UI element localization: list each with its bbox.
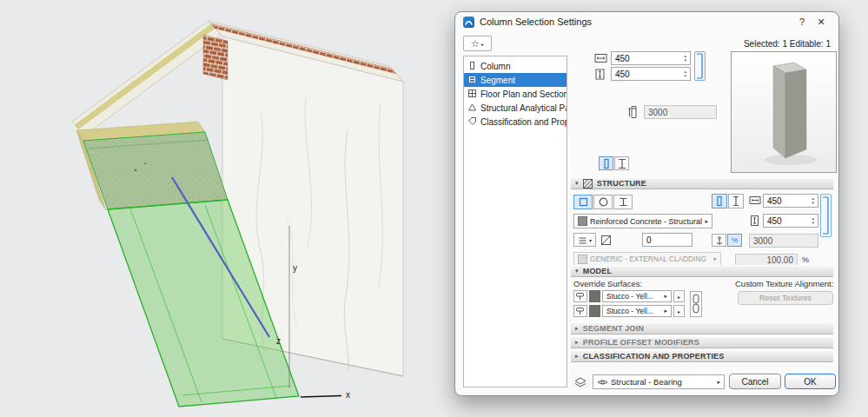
- link-width-height-button[interactable]: [694, 51, 706, 81]
- model-section-header[interactable]: ▾ MODEL: [571, 265, 833, 277]
- core-height-stepper[interactable]: ▴▾: [812, 216, 814, 225]
- dialog-title: Column Selection Settings: [480, 17, 592, 27]
- segment-length-field[interactable]: 3000: [749, 234, 818, 248]
- surface-top-menu-button[interactable]: ▸: [673, 290, 685, 302]
- column-height-field[interactable]: 450 ▴▾: [611, 67, 691, 81]
- app-canvas: y z x Column Selection Settings ? ✕ ☆ ▸ …: [0, 0, 868, 417]
- custom-texture-label: Custom Texture Alignment:: [735, 279, 833, 288]
- percent-mode-button[interactable]: %: [727, 234, 742, 247]
- shape-circle-button[interactable]: [593, 195, 613, 209]
- cladding-dropdown[interactable]: GENERIC - EXTERNAL CLADDING ▸: [573, 252, 721, 266]
- surface-side-dropdown[interactable]: Stucco - Yell... ▸: [602, 305, 672, 317]
- classification-tree-icon: [467, 116, 477, 128]
- chevron-right-icon: ▸: [481, 41, 484, 47]
- axis-y-label: y: [293, 263, 297, 273]
- dropdown-arrow-icon: ▸: [664, 293, 667, 300]
- surface-side-menu-button[interactable]: ▸: [673, 305, 685, 317]
- axis-x-label: x: [346, 390, 350, 400]
- collapse-triangle-icon: ▾: [575, 180, 579, 187]
- core-only-toggle[interactable]: [712, 194, 727, 208]
- core-width-icon: [748, 195, 762, 207]
- display-mode-profile-toggle[interactable]: [614, 156, 629, 170]
- paint-icon-side[interactable]: [573, 305, 587, 317]
- segment-join-section-header[interactable]: ▸ SEGMENT JOIN: [571, 322, 833, 334]
- core-height-icon: [748, 215, 762, 227]
- structure-section-header[interactable]: ▾ STRUCTURE: [571, 177, 833, 189]
- building-material-dropdown[interactable]: Reinforced Concrete - Structural ▸: [573, 214, 712, 228]
- anchor-point-button[interactable]: [712, 234, 726, 247]
- percent-label: %: [802, 255, 809, 264]
- favorites-button[interactable]: ☆ ▸: [463, 36, 492, 51]
- veneer-type-button[interactable]: ▾: [573, 233, 596, 247]
- display-mode-simple-toggle[interactable]: [599, 156, 613, 170]
- tree-item-floor-plan[interactable]: Floor Plan and Section: [464, 87, 567, 101]
- tree-item-segment[interactable]: Segment: [464, 73, 567, 87]
- hatch-icon: [583, 179, 593, 189]
- cladding-swatch: [578, 255, 587, 264]
- tree-item-structural-analytical[interactable]: Structural Analytical Paramet...: [464, 101, 567, 115]
- surface-swatch-top: [589, 290, 600, 302]
- layer-dropdown[interactable]: Structural - Bearing ▸: [593, 374, 725, 389]
- surface-swatch-side: [589, 305, 600, 317]
- core-width-field[interactable]: 450 ▴▾: [763, 194, 818, 208]
- column-length-icon: [626, 104, 642, 120]
- expand-triangle-icon: ▸: [575, 339, 579, 346]
- core-width-stepper[interactable]: ▴▾: [812, 196, 814, 205]
- 3d-viewport[interactable]: y z x: [0, 0, 454, 417]
- surface-top-dropdown[interactable]: Stucco - Yell... ▸: [602, 290, 672, 302]
- column-length-field[interactable]: 3000: [644, 105, 717, 119]
- help-icon[interactable]: ?: [792, 14, 812, 30]
- app-icon: [463, 17, 474, 28]
- veneer-hatch-icon: [600, 235, 612, 246]
- column-tree-icon: [467, 61, 477, 72]
- material-swatch: [578, 216, 587, 226]
- tree-item-column[interactable]: Column: [464, 59, 567, 73]
- expand-triangle-icon: ▸: [575, 325, 579, 332]
- height-icon: [593, 68, 608, 81]
- width-stepper[interactable]: ▴▾: [684, 54, 686, 63]
- axis-z-label: z: [276, 336, 281, 346]
- expand-triangle-icon: ▸: [575, 353, 579, 360]
- link-surfaces-button[interactable]: [690, 291, 702, 317]
- reset-textures-button[interactable]: Reset Textures: [738, 291, 833, 305]
- veneer-thickness-field[interactable]: 0: [642, 233, 692, 247]
- dropdown-arrow-icon: ▸: [713, 255, 717, 262]
- override-surfaces-label: Override Surfaces:: [573, 279, 642, 288]
- core-height-field[interactable]: 450 ▴▾: [763, 214, 818, 228]
- favorites-row: ☆ ▸ Selected: 1 Editable: 1: [463, 35, 831, 52]
- layers-icon: [572, 375, 589, 389]
- cancel-button[interactable]: Cancel: [729, 374, 781, 389]
- collapse-triangle-icon: ▾: [575, 268, 579, 275]
- height-stepper[interactable]: ▴▾: [684, 70, 686, 78]
- dropdown-arrow-icon: ▸: [705, 218, 708, 225]
- corner-brick-face: [203, 35, 228, 80]
- segment-tree-icon: [467, 75, 477, 86]
- dropdown-arrow-icon: ▸: [717, 379, 720, 386]
- floorplan-tree-icon: [467, 89, 477, 100]
- column-width-field[interactable]: 450 ▴▾: [611, 51, 691, 65]
- dropdown-arrow-icon: ▸: [664, 308, 667, 314]
- close-icon[interactable]: ✕: [812, 14, 831, 30]
- profile-offset-modifiers-section-header[interactable]: ▸ PROFILE OFFSET MODIFIERS: [571, 336, 833, 348]
- link-core-dimensions-button[interactable]: [820, 194, 832, 237]
- tree-item-classification[interactable]: Classification and Properties: [464, 115, 567, 129]
- structural-tree-icon: [467, 103, 477, 114]
- shape-profile-button[interactable]: [613, 195, 633, 209]
- full-column-toggle[interactable]: [728, 194, 744, 208]
- ok-button[interactable]: OK: [785, 374, 836, 389]
- star-icon: ☆: [471, 38, 480, 50]
- eye-icon: [597, 378, 608, 387]
- selection-status: Selected: 1 Editable: 1: [744, 39, 831, 49]
- column-selection-settings-dialog: Column Selection Settings ? ✕ ☆ ▸ Select…: [454, 11, 839, 396]
- classification-properties-section-header[interactable]: ▸ CLASSIFICATION AND PROPERTIES: [571, 350, 833, 362]
- dialog-titlebar[interactable]: Column Selection Settings ? ✕: [455, 12, 838, 31]
- width-icon: [593, 52, 608, 65]
- shape-rectangle-button[interactable]: [573, 195, 593, 209]
- column-preview[interactable]: [731, 51, 837, 173]
- settings-tree: Column Segment Floor Plan and Section St…: [463, 56, 567, 387]
- paint-icon-top[interactable]: [573, 290, 587, 302]
